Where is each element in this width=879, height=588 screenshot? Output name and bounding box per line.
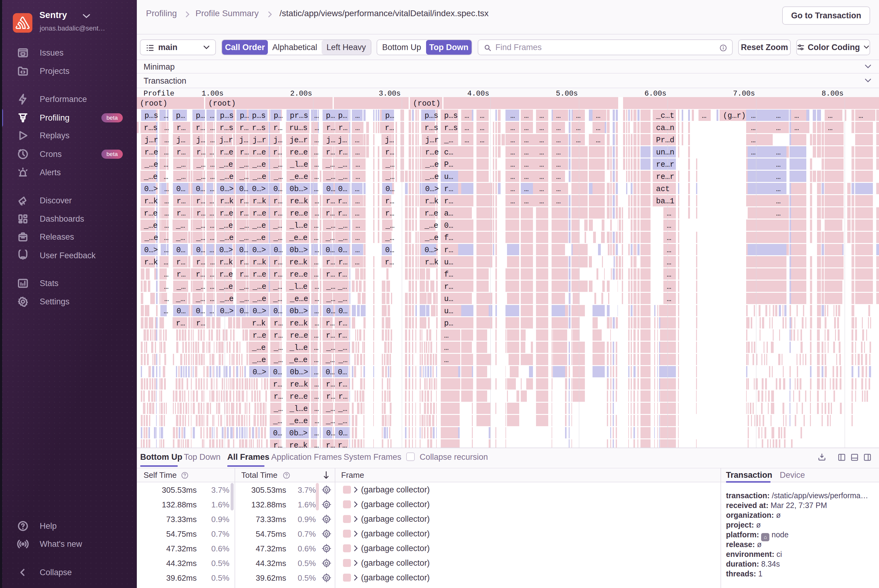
- svg-text:…: …: [314, 331, 319, 340]
- svg-text:0b…>: 0b…>: [290, 307, 308, 316]
- svg-text:r…k: r…k: [144, 197, 158, 206]
- svg-text:r…: r…: [338, 258, 347, 267]
- svg-text:_…e: _…e: [424, 221, 438, 230]
- svg-text:…: …: [315, 246, 319, 255]
- svg-text:_…: _…: [326, 405, 335, 413]
- svg-text:…: …: [776, 185, 781, 194]
- svg-text:_…: _…: [273, 417, 282, 426]
- svg-text:r…: r…: [273, 148, 282, 157]
- svg-text:p…s: p…s: [144, 111, 158, 120]
- svg-text:f…: f…: [444, 234, 453, 242]
- svg-text:…: …: [539, 160, 544, 169]
- svg-text:r…: r…: [326, 331, 335, 340]
- svg-text:0…: 0…: [273, 429, 282, 438]
- svg-text:…: …: [539, 136, 544, 145]
- svg-text:0…>: 0…>: [252, 246, 266, 255]
- svg-text:r…: r…: [177, 270, 186, 279]
- svg-text:r…: r…: [338, 124, 347, 132]
- svg-text:r…: r…: [239, 197, 249, 206]
- svg-text:…: …: [667, 258, 671, 267]
- svg-text:…: …: [510, 185, 515, 194]
- svg-text:0…: 0…: [326, 185, 335, 194]
- svg-text:r…: r…: [239, 124, 249, 132]
- svg-text:…: …: [314, 368, 319, 377]
- svg-text:r…: r…: [444, 185, 453, 194]
- svg-text:…: …: [164, 270, 168, 279]
- svg-text:r…e: r…e: [219, 209, 233, 218]
- svg-text:…: …: [315, 417, 319, 426]
- svg-text:…: …: [702, 111, 706, 120]
- svg-text:…: …: [576, 124, 581, 132]
- svg-text:u…: u…: [444, 258, 453, 267]
- svg-text:…: …: [164, 234, 168, 242]
- svg-text:…: …: [776, 160, 781, 169]
- svg-text:_…: _…: [326, 172, 335, 182]
- svg-text:…: …: [210, 185, 215, 194]
- svg-text:p…s: p…s: [444, 111, 458, 120]
- svg-text:r…: r…: [326, 124, 335, 132]
- svg-text:re…e: re…e: [290, 209, 308, 218]
- svg-text:r…: r…: [338, 148, 347, 157]
- svg-text:r…: r…: [273, 209, 282, 218]
- svg-text:…: …: [539, 172, 544, 182]
- svg-text:…: …: [210, 172, 215, 182]
- svg-text:_e…e: _e…e: [289, 417, 308, 426]
- svg-text:_…: _…: [196, 172, 206, 182]
- svg-text:_l…e: _l…e: [289, 221, 308, 230]
- svg-text:…: …: [210, 160, 215, 169]
- svg-text:j…r: j…r: [144, 136, 158, 145]
- svg-text:0…: 0…: [326, 429, 335, 438]
- svg-text:…: …: [828, 124, 832, 132]
- svg-text:re…e: re…e: [290, 392, 308, 401]
- svg-text:…: …: [539, 111, 544, 120]
- svg-text:0…: 0…: [338, 429, 347, 438]
- svg-text:r…e: r…e: [252, 209, 266, 218]
- svg-text:…: …: [667, 282, 671, 291]
- svg-text:p…: p…: [196, 111, 205, 120]
- svg-text:_…e: _…e: [425, 160, 439, 169]
- svg-text:_…: _…: [273, 344, 283, 352]
- svg-text:0…: 0…: [326, 246, 335, 255]
- svg-text:_…: _…: [239, 172, 249, 182]
- svg-text:…: …: [315, 295, 319, 303]
- svg-text:(root): (root): [413, 99, 440, 108]
- svg-text:…: …: [314, 405, 319, 413]
- svg-text:r…k: r…k: [252, 319, 266, 328]
- svg-text:_…: _…: [239, 295, 249, 303]
- svg-text:r…: r…: [326, 392, 335, 401]
- svg-text:0…: 0…: [273, 368, 282, 377]
- svg-text:r…: r…: [338, 441, 347, 448]
- svg-text:_…: _…: [196, 221, 205, 230]
- svg-text:…: …: [444, 331, 449, 340]
- svg-text:…: …: [510, 124, 515, 132]
- svg-text:u…: u…: [444, 295, 453, 303]
- svg-text:r…k: r…k: [144, 258, 158, 267]
- svg-text:r…k: r…k: [425, 197, 439, 206]
- svg-text:c…: c…: [444, 148, 453, 157]
- svg-text:r…: r…: [444, 197, 453, 206]
- svg-text:j…: j…: [239, 136, 248, 145]
- svg-text:r…: r…: [177, 148, 186, 157]
- svg-text:_l…e: _l…e: [290, 160, 308, 169]
- svg-text:…: …: [164, 221, 169, 230]
- svg-text:_…: _…: [273, 160, 282, 169]
- svg-text:…: …: [444, 356, 449, 364]
- svg-text:r…: r…: [196, 209, 206, 218]
- svg-text:r…s: r…s: [425, 124, 438, 132]
- svg-text:…: …: [355, 246, 360, 255]
- svg-text:…: …: [314, 172, 319, 182]
- svg-text:_…: _…: [195, 295, 205, 303]
- svg-text:_…: _…: [176, 160, 186, 169]
- svg-text:_…: _…: [338, 221, 347, 230]
- svg-text:r…e: r…e: [219, 270, 233, 279]
- svg-text:…: …: [539, 185, 544, 194]
- svg-text:…: …: [556, 136, 561, 145]
- svg-text:r…: r…: [239, 258, 249, 267]
- svg-text:_…: _…: [176, 172, 186, 182]
- svg-text:_…: _…: [273, 221, 282, 230]
- svg-text:…: …: [444, 344, 449, 352]
- svg-text:re…k: re…k: [289, 441, 308, 448]
- svg-text:r…: r…: [273, 124, 282, 132]
- svg-text:…: …: [314, 160, 319, 169]
- svg-text:r…: r…: [385, 209, 394, 218]
